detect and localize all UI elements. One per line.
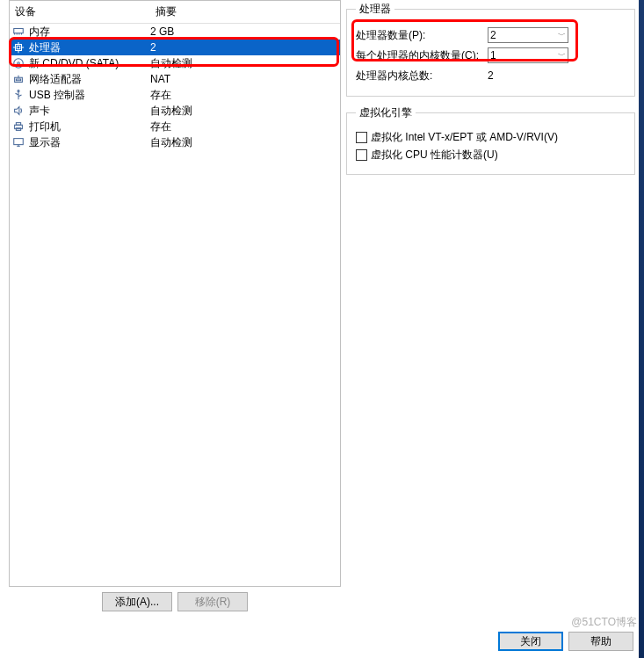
- help-button[interactable]: 帮助: [568, 632, 633, 651]
- window-edge-decoration: [639, 0, 644, 658]
- device-label: 处理器: [29, 40, 150, 55]
- svg-rect-0: [14, 29, 24, 33]
- svg-point-11: [14, 59, 24, 69]
- virtualize-perf-label: 虚拟化 CPU 性能计数器(U): [371, 148, 498, 163]
- virtualization-group-legend: 虚拟化引擎: [356, 105, 416, 120]
- device-summary: 自动检测: [150, 56, 335, 71]
- cores-per-processor-label: 每个处理器的内核数量(C):: [356, 48, 488, 63]
- device-label: 内存: [29, 25, 150, 40]
- device-summary: 自动检测: [150, 104, 335, 119]
- display-icon: [11, 135, 25, 149]
- device-label: 显示器: [29, 135, 150, 150]
- device-label: 声卡: [29, 104, 150, 119]
- chevron-down-icon: ﹀: [558, 50, 566, 61]
- svg-rect-6: [17, 46, 20, 49]
- processor-group: 处理器 处理器数量(P): 2 ﹀ 每个处理器的内核数量(C): 1: [346, 2, 635, 97]
- device-summary: 存在: [150, 119, 335, 134]
- add-button[interactable]: 添加(A)...: [102, 592, 172, 611]
- cd-icon: [11, 56, 25, 70]
- device-label: 新 CD/DVD (SATA): [29, 56, 150, 71]
- svg-rect-21: [16, 123, 20, 126]
- remove-button[interactable]: 移除(R): [177, 592, 248, 611]
- column-header-summary[interactable]: 摘要: [156, 4, 335, 19]
- svg-rect-23: [14, 139, 24, 145]
- device-label: 网络适配器: [29, 72, 150, 87]
- cpu-icon: [11, 40, 25, 54]
- device-row[interactable]: USB 控制器存在: [10, 87, 340, 103]
- processor-group-legend: 处理器: [356, 2, 394, 17]
- virtualize-vtx-label: 虚拟化 Intel VT-x/EPT 或 AMD-V/RVI(V): [371, 130, 558, 145]
- printer-icon: [11, 119, 25, 134]
- device-label: USB 控制器: [29, 88, 150, 103]
- memory-icon: [11, 25, 25, 39]
- processor-count-select[interactable]: 2 ﹀: [488, 27, 568, 43]
- usb-icon: [11, 88, 25, 102]
- chevron-down-icon: ﹀: [558, 30, 566, 41]
- watermark-text: @51CTO博客: [571, 615, 637, 630]
- device-row[interactable]: 内存2 GB: [10, 24, 340, 40]
- device-row[interactable]: 显示器自动检测: [10, 134, 340, 150]
- device-list: 设备 摘要 内存2 GB处理器2新 CD/DVD (SATA)自动检测网络适配器…: [9, 0, 341, 587]
- device-row[interactable]: 处理器2: [10, 40, 340, 55]
- device-row[interactable]: 打印机存在: [10, 119, 340, 134]
- device-summary: 2 GB: [150, 25, 335, 38]
- virtualize-vtx-checkbox[interactable]: [356, 132, 367, 143]
- network-icon: [11, 72, 25, 86]
- device-summary: NAT: [150, 73, 335, 85]
- svg-point-12: [18, 62, 20, 65]
- cores-per-processor-select[interactable]: 1 ﹀: [488, 47, 568, 63]
- column-header-device[interactable]: 设备: [15, 4, 156, 19]
- virtualize-perf-checkbox[interactable]: [356, 149, 367, 161]
- device-row[interactable]: 声卡自动检测: [10, 103, 340, 119]
- device-list-header: 设备 摘要: [10, 1, 340, 24]
- svg-rect-14: [16, 79, 20, 81]
- device-row[interactable]: 新 CD/DVD (SATA)自动检测: [10, 55, 340, 71]
- device-row[interactable]: 网络适配器NAT: [10, 71, 340, 87]
- svg-rect-5: [16, 45, 22, 51]
- device-summary: 自动检测: [150, 135, 335, 150]
- device-summary: 2: [150, 41, 335, 54]
- total-cores-label: 处理器内核总数:: [356, 69, 488, 83]
- device-label: 打印机: [29, 119, 150, 134]
- processor-count-label: 处理器数量(P):: [356, 28, 488, 43]
- total-cores-value: 2: [488, 69, 626, 82]
- sound-icon: [11, 104, 25, 118]
- virtualization-group: 虚拟化引擎 虚拟化 Intel VT-x/EPT 或 AMD-V/RVI(V) …: [346, 105, 635, 175]
- device-summary: 存在: [150, 88, 335, 103]
- close-button[interactable]: 关闭: [498, 632, 563, 651]
